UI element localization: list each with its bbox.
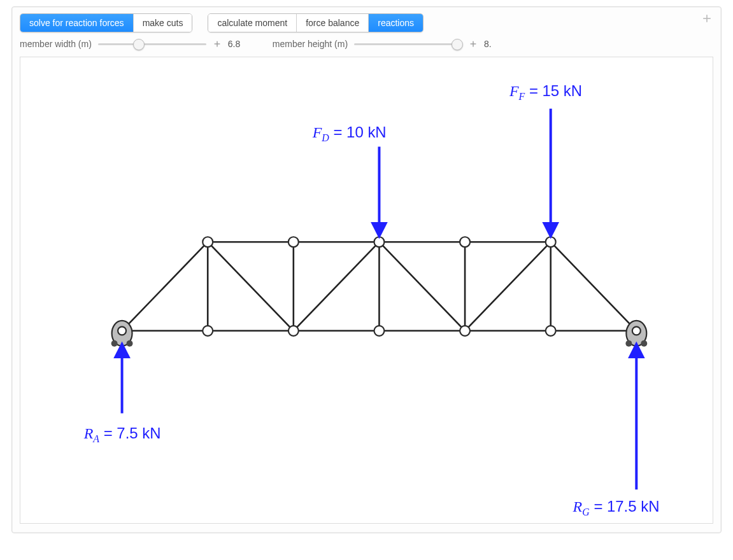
- svg-line-15: [208, 242, 294, 331]
- svg-line-16: [294, 242, 380, 331]
- member-width-label: member width (m): [20, 39, 92, 49]
- btn-make-cuts[interactable]: make cuts: [134, 14, 192, 32]
- svg-text:RA = 7.5 kN: RA = 7.5 kN: [83, 424, 161, 444]
- svg-point-22: [127, 340, 133, 347]
- step-group: calculate moment force balance reactions: [208, 13, 423, 32]
- svg-point-35: [460, 237, 470, 247]
- force-FD: FD = 10 kN: [312, 123, 387, 231]
- expand-icon[interactable]: [469, 39, 478, 48]
- RG-rest: = 17.5 kN: [590, 498, 660, 515]
- svg-point-30: [460, 326, 470, 336]
- svg-line-18: [465, 242, 551, 331]
- expand-icon[interactable]: [213, 39, 222, 48]
- support-G: [625, 321, 647, 347]
- support-A: [111, 321, 133, 347]
- FD-sub: D: [321, 132, 329, 143]
- member-width-thumb[interactable]: [133, 39, 145, 50]
- FF-sub: F: [518, 91, 525, 102]
- slider-row: member width (m) 6.8 member height (m): [20, 39, 713, 49]
- RA-var: R: [83, 425, 94, 442]
- svg-point-21: [111, 340, 118, 347]
- svg-point-25: [625, 340, 632, 347]
- btn-calculate-moment[interactable]: calculate moment: [208, 14, 297, 32]
- member-height-label: member height (m): [273, 39, 348, 49]
- RG-var: R: [573, 498, 583, 515]
- RG-sub: G: [582, 507, 590, 517]
- svg-point-26: [641, 340, 647, 347]
- svg-text:FF = 15 kN: FF = 15 kN: [509, 82, 582, 102]
- svg-point-20: [118, 326, 126, 335]
- member-width-block: member width (m) 6.8: [20, 39, 247, 49]
- svg-point-24: [632, 326, 641, 335]
- svg-point-32: [203, 237, 213, 247]
- svg-text:RG = 17.5 kN: RG = 17.5 kN: [573, 498, 660, 517]
- expand-panel-icon[interactable]: [701, 12, 713, 25]
- FD-rest: = 10 kN: [329, 123, 387, 141]
- reaction-RG: RG = 17.5 kN: [573, 350, 660, 517]
- svg-point-31: [546, 326, 556, 336]
- svg-line-9: [551, 242, 637, 331]
- svg-line-17: [379, 242, 465, 331]
- RA-rest: = 7.5 kN: [99, 424, 160, 442]
- member-height-value: 8.: [484, 39, 503, 49]
- force-FF: FF = 15 kN: [509, 82, 582, 230]
- member-width-slider[interactable]: [98, 39, 206, 49]
- control-panel: solve for reaction forces make cuts calc…: [11, 6, 722, 533]
- RA-sub: A: [92, 433, 99, 444]
- svg-line-8: [122, 242, 208, 331]
- svg-point-29: [374, 326, 384, 336]
- FD-var: F: [312, 124, 322, 141]
- svg-point-27: [203, 326, 213, 336]
- solve-mode-group: solve for reaction forces make cuts: [20, 13, 192, 32]
- mode-row: solve for reaction forces make cuts calc…: [20, 13, 713, 32]
- btn-force-balance[interactable]: force balance: [297, 14, 369, 32]
- FF-rest: = 15 kN: [525, 82, 582, 99]
- svg-point-34: [374, 237, 384, 247]
- svg-text:FD = 10 kN: FD = 10 kN: [312, 123, 387, 143]
- reaction-RA: RA = 7.5 kN: [83, 350, 161, 445]
- truss: [122, 242, 637, 331]
- member-height-thumb[interactable]: [452, 39, 463, 50]
- svg-point-36: [546, 237, 556, 247]
- member-height-slider[interactable]: [354, 39, 462, 49]
- btn-solve-reaction-forces[interactable]: solve for reaction forces: [20, 14, 134, 32]
- btn-reactions[interactable]: reactions: [369, 14, 423, 32]
- member-width-value: 6.8: [228, 39, 247, 49]
- truss-canvas: FD = 10 kN FF = 15 kN RA = 7.5 kN RG = 1…: [20, 57, 713, 524]
- svg-point-33: [288, 237, 299, 247]
- FF-var: F: [509, 83, 519, 99]
- svg-point-28: [288, 326, 299, 336]
- member-height-block: member height (m) 8.: [273, 39, 503, 49]
